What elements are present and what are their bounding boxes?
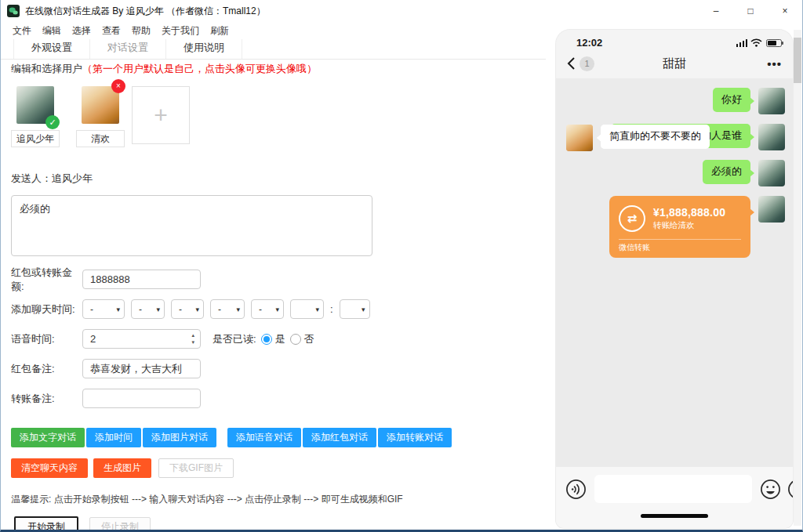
menu-help[interactable]: 帮助 bbox=[126, 24, 156, 38]
add-user-button[interactable]: + bbox=[132, 86, 190, 144]
tip-text: 温馨提示: 点击开始录制按钮 ---> 输入聊天对话内容 ---> 点击停止录制… bbox=[11, 493, 550, 506]
transfer-note-label: 转账备注: bbox=[11, 392, 82, 406]
voice-time-input[interactable] bbox=[82, 329, 201, 349]
time-select-4-value: - bbox=[218, 304, 221, 315]
action-buttons: 清空聊天内容 生成图片 下载GIF图片 bbox=[11, 458, 550, 478]
chevron-down-icon: ▾ bbox=[156, 306, 160, 313]
user-avatar-friend[interactable]: × bbox=[82, 86, 119, 124]
user-avatar-row: ✓ 追风少年 × 清欢 + bbox=[11, 86, 550, 147]
battery-icon bbox=[766, 39, 782, 47]
message-row: 你好 bbox=[564, 88, 785, 114]
stepper-arrows-icon[interactable]: ▴▾ bbox=[191, 331, 194, 346]
add-dialog-buttons: 添加文字对话 添加时间 添加图片对话 添加语音对话 添加红包对话 添加转账对话 bbox=[11, 428, 550, 447]
read-status-group: 是否已读: 是 否 bbox=[213, 332, 314, 346]
add-image-dialog-button[interactable]: 添加图片对话 bbox=[143, 428, 216, 447]
sender-label: 发送人：追风少年 bbox=[11, 172, 550, 186]
menu-edit[interactable]: 编辑 bbox=[37, 24, 67, 38]
chevron-down-icon: ▾ bbox=[195, 306, 199, 313]
maximize-button[interactable]: □ bbox=[733, 0, 768, 22]
user-name-self: 追风少年 bbox=[11, 130, 60, 147]
time-select-1-value: - bbox=[90, 304, 93, 315]
users-section-heading: 编辑和选择用户（第一个用户默认是自己，点击头像可更换头像哦） bbox=[11, 62, 550, 76]
transfer-note-row: 转账备注: bbox=[11, 389, 550, 408]
time-colon: : bbox=[330, 303, 333, 315]
chat-title: 甜甜 bbox=[556, 56, 793, 71]
add-redpacket-dialog-button[interactable]: 添加红包对话 bbox=[303, 428, 376, 447]
transfer-footer: 微信转账 bbox=[619, 239, 741, 255]
chevron-down-icon: ▾ bbox=[275, 306, 279, 313]
voice-time-stepper: ▴▾ bbox=[82, 329, 201, 349]
chat-text-input[interactable] bbox=[594, 475, 752, 503]
amount-input[interactable] bbox=[82, 270, 201, 289]
stop-record-button[interactable]: 停止录制 bbox=[89, 517, 151, 532]
time-select-minute[interactable]: ▾ bbox=[340, 299, 370, 319]
time-select-1[interactable]: -▾ bbox=[82, 299, 125, 319]
plus-attach-icon[interactable] bbox=[787, 479, 793, 500]
read-yes-label: 是 bbox=[275, 332, 285, 346]
user-name-friend: 清欢 bbox=[76, 130, 125, 147]
delete-user-icon[interactable]: × bbox=[111, 79, 125, 93]
user-avatar-self[interactable]: ✓ bbox=[16, 86, 54, 124]
chat-time-row: 添加聊天时间: -▾ -▾ -▾ -▾ -▾ ▾ : ▾ bbox=[11, 299, 550, 319]
read-no-label: 否 bbox=[304, 332, 314, 346]
phone-input-bar bbox=[556, 467, 793, 528]
phone-status-bar: 12:02 bbox=[556, 30, 793, 49]
menu-refresh[interactable]: 刷新 bbox=[205, 24, 234, 38]
time-select-4[interactable]: -▾ bbox=[210, 299, 245, 319]
home-indicator bbox=[641, 514, 708, 518]
add-time-button[interactable]: 添加时间 bbox=[86, 428, 141, 447]
time-select-3[interactable]: -▾ bbox=[171, 299, 204, 319]
generate-image-button[interactable]: 生成图片 bbox=[93, 458, 151, 478]
time-select-2-value: - bbox=[139, 304, 142, 315]
menu-view[interactable]: 查看 bbox=[96, 24, 126, 38]
menu-select[interactable]: 选择 bbox=[67, 24, 96, 38]
emoji-icon[interactable] bbox=[760, 479, 781, 500]
download-gif-button[interactable]: 下载GIF图片 bbox=[158, 458, 234, 478]
editor-panel: 编辑和选择用户（第一个用户默认是自己，点击头像可更换头像哦） ✓ 追风少年 × … bbox=[1, 46, 550, 530]
time-select-5-value: - bbox=[259, 304, 262, 315]
record-buttons: 开始录制 停止录制 bbox=[11, 516, 550, 532]
close-button[interactable]: × bbox=[768, 0, 802, 22]
minimize-button[interactable]: – bbox=[699, 0, 733, 22]
time-select-3-value: - bbox=[179, 304, 182, 315]
avatar bbox=[566, 125, 593, 151]
user-card-friend[interactable]: × 清欢 bbox=[76, 86, 125, 147]
time-select-hour[interactable]: ▾ bbox=[290, 299, 324, 319]
menu-file[interactable]: 文件 bbox=[7, 24, 37, 38]
plus-icon: + bbox=[154, 102, 168, 128]
users-heading-text: 编辑和选择用户 bbox=[11, 63, 82, 74]
time-select-2[interactable]: -▾ bbox=[131, 299, 165, 319]
add-text-dialog-button[interactable]: 添加文字对话 bbox=[11, 428, 85, 447]
title-bar: 在线微信对话生成器 By 追风少年 （作者微信：Tmall12） – □ × bbox=[1, 0, 802, 22]
start-record-button[interactable]: 开始录制 bbox=[14, 516, 78, 532]
voice-input-icon[interactable] bbox=[565, 479, 587, 500]
transfer-note-input[interactable] bbox=[82, 389, 201, 408]
redpacket-note-input[interactable] bbox=[82, 359, 201, 378]
chevron-down-icon: ▾ bbox=[315, 306, 319, 313]
menu-about[interactable]: 关于我们 bbox=[156, 24, 205, 38]
chevron-down-icon: ▾ bbox=[236, 306, 240, 313]
time-select-5[interactable]: -▾ bbox=[251, 299, 284, 319]
redpacket-note-label: 红包备注: bbox=[11, 362, 82, 376]
redpacket-note-row: 红包备注: bbox=[11, 359, 550, 378]
add-voice-dialog-button[interactable]: 添加语音对话 bbox=[227, 428, 301, 447]
read-yes-radio[interactable] bbox=[261, 334, 272, 345]
scrollbar[interactable] bbox=[794, 30, 801, 526]
add-transfer-dialog-button[interactable]: 添加转账对话 bbox=[378, 428, 452, 447]
read-status-label: 是否已读: bbox=[213, 332, 256, 346]
message-textarea[interactable]: 必须的 bbox=[11, 195, 372, 256]
amount-row: 红包或转账金额: bbox=[11, 270, 550, 289]
transfer-note: 转账给清欢 bbox=[653, 220, 725, 231]
chat-message-area: 你好 你觉得世界上最帅的人是谁 肯定是清喜 简直帅的不要不要的 必须的 bbox=[556, 78, 793, 467]
signal-icon bbox=[736, 39, 748, 47]
user-card-self[interactable]: ✓ 追风少年 bbox=[11, 86, 60, 147]
selected-check-icon: ✓ bbox=[45, 115, 60, 129]
scrollbar-thumb[interactable] bbox=[794, 38, 801, 83]
users-heading-hint: （第一个用户默认是自己，点击头像可更换头像哦） bbox=[82, 63, 317, 74]
transfer-arrows-icon: ⇄ bbox=[619, 205, 645, 232]
read-no-radio[interactable] bbox=[290, 334, 301, 345]
wifi-icon bbox=[750, 38, 762, 47]
window-title: 在线微信对话生成器 By 追风少年 （作者微信：Tmall12） bbox=[25, 5, 266, 18]
clear-chat-button[interactable]: 清空聊天内容 bbox=[11, 458, 88, 478]
message-bubble: 简直帅的不要不要的 bbox=[601, 125, 710, 149]
